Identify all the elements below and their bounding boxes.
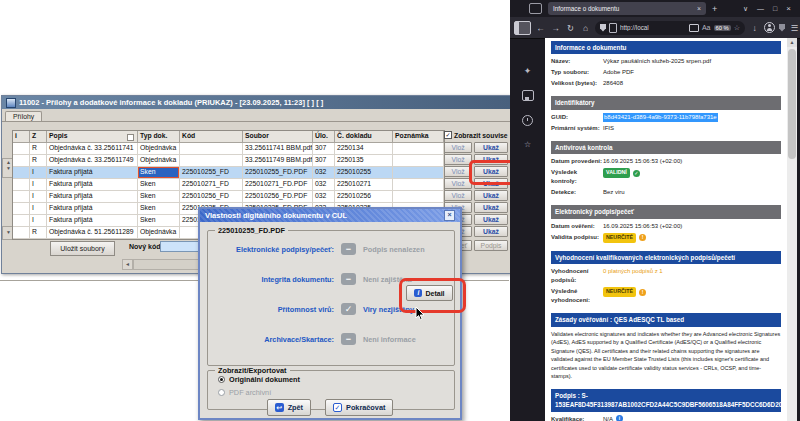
property-row-archiving: Archivace/Skartace: − Není informace	[208, 331, 454, 347]
show-button[interactable]: Ukaž	[474, 142, 508, 153]
close-icon[interactable]: ×	[786, 4, 791, 13]
translate-icon[interactable]: Aa	[702, 24, 711, 31]
zoom-level-badge[interactable]: 60 %	[714, 25, 731, 31]
tab-close-icon[interactable]: ×	[697, 5, 701, 12]
dialog-titlebar[interactable]: Vlastnosti digitálního dokumentu v CUL ×	[200, 209, 460, 222]
col-header-soubor: Soubor	[243, 131, 313, 143]
property-row-signatures: Elektronické podpisy/pečeť: − Podpis nen…	[208, 241, 454, 257]
dialog-close-icon[interactable]: ×	[444, 210, 455, 221]
ai-chatbot-icon[interactable]: ✦	[524, 66, 532, 76]
show-related-checkbox[interactable]: ✓ Zobrazit souvise	[444, 131, 510, 139]
section-header-identifiers: Identifikátory	[551, 96, 781, 109]
show-button[interactable]: Ukaž	[474, 178, 508, 189]
info-icon: i	[414, 289, 422, 297]
screenshot-stage: 11002 - Přílohy a dodatkové informace k …	[0, 0, 800, 421]
radio-original-document[interactable]: Originální dokument	[218, 375, 300, 384]
dialog-buttons: ↩ Zpět ✓ Pokračovat	[200, 399, 460, 416]
browser-sidebar: ✦ ☆	[510, 38, 545, 421]
back-icon[interactable]: ←	[535, 23, 546, 33]
reload-icon[interactable]: ↻	[565, 23, 576, 33]
warning-circle-icon: !	[639, 234, 646, 241]
file-name-label: 225010255_FD.PDF	[215, 226, 288, 235]
show-button[interactable]: Ukaž	[474, 202, 508, 213]
page-scrollbar[interactable]: ▲	[787, 38, 797, 421]
selected-cell-typ[interactable]: Sken	[138, 167, 180, 179]
detail-button[interactable]: i Detail	[406, 285, 453, 301]
radio-disabled-icon[interactable]	[218, 389, 225, 396]
save-files-button[interactable]: Uložit soubory	[50, 241, 115, 256]
checkbox-checked-icon: ✓	[444, 131, 452, 139]
bookmarks-icon[interactable]	[522, 90, 534, 101]
new-tab-icon[interactable]: +	[712, 4, 717, 14]
screenshot-icon[interactable]	[689, 24, 699, 32]
section-header-signature: Elektronický podpis/pečeť	[551, 205, 781, 218]
section-header-signature-hash: Podpis : S-153EAF8D45F313987AB1002CFD2A4…	[551, 389, 781, 412]
scroll-left-icon[interactable]: ◄	[123, 260, 133, 269]
scroll-up-icon[interactable]: ▲	[787, 38, 797, 47]
field-value: 16.09.2025 15:06:53 (+02:00)	[603, 222, 682, 231]
col-header-z: Z	[30, 131, 47, 143]
field-value: Bez viru	[603, 188, 625, 197]
insert-button[interactable]: Vlož	[444, 190, 472, 201]
insert-button[interactable]: Vlož	[444, 154, 472, 165]
tab-title: Informace o dokumentu	[553, 5, 619, 12]
back-button[interactable]: ↩ Zpět	[267, 399, 311, 416]
show-button[interactable]: Ukaž	[474, 214, 508, 225]
bookmark-star-icon[interactable]: ☆	[734, 24, 740, 32]
col-header-kod: Kód	[180, 131, 243, 143]
field-label: GUID:	[551, 113, 603, 122]
continue-button[interactable]: ✓ Pokračovat	[325, 399, 393, 416]
section-header-policy: Zásady ověřování : QES AdESQC TL based	[551, 313, 781, 326]
table-row[interactable]: I Faktura přijatá Sken 225010271_FD 2250…	[13, 179, 444, 191]
menu-icon[interactable]: ☰	[789, 23, 800, 33]
tab-strip: Přílohy	[2, 109, 510, 122]
dialog-title: Vlastnosti digitálního dokumentu v CUL	[205, 211, 347, 220]
policy-description: Validates electronic signatures and indi…	[551, 330, 781, 381]
sidebar-toggle-icon[interactable]	[514, 21, 531, 35]
field-value: N/A	[603, 416, 613, 421]
history-icon[interactable]	[522, 115, 533, 126]
extensions-icon[interactable]	[779, 24, 785, 32]
signature-button[interactable]: Podpis	[474, 240, 508, 251]
field-label: Typ souboru:	[551, 68, 603, 77]
home-icon[interactable]: ⌂	[580, 23, 591, 33]
table-row[interactable]: I Faktura přijatá Sken 225010256_FD 2250…	[13, 191, 444, 203]
radio-selected-icon[interactable]	[218, 376, 225, 383]
scrollbar-thumb[interactable]	[788, 49, 796, 159]
table-row[interactable]: R Objednávka č. 33.25611741 Objednávka 3…	[13, 143, 444, 155]
firefox-view-icon[interactable]	[529, 3, 542, 14]
caret-down-icon: ▼	[6, 229, 11, 235]
tracking-shield-icon[interactable]	[600, 24, 606, 32]
minus-status-icon: −	[341, 333, 356, 345]
field-label: Vyhodnocení podpisů:	[551, 267, 603, 285]
check-circle-icon: ✓	[633, 170, 640, 177]
table-row-selected[interactable]: I Faktura přijatá Sken 225010255_FD 2250…	[13, 167, 444, 179]
list-tabs-chevron-icon[interactable]: ∨	[743, 5, 748, 13]
insert-button[interactable]: Vlož	[444, 166, 472, 177]
starred-icon[interactable]: ☆	[524, 140, 531, 149]
minimize-icon[interactable]: —	[757, 5, 764, 12]
table-row[interactable]: R Objednávka č. 33.25611749 Objednávka 3…	[13, 155, 444, 167]
new-code-label: Nový kód	[129, 243, 161, 250]
account-icon[interactable]	[764, 22, 775, 33]
url-bar[interactable]: http://local Aa 60 % ☆	[595, 21, 745, 35]
browser-toolbar: ← → ↻ ⌂ http://local Aa 60 % ☆ ↓ ☰	[510, 17, 800, 39]
show-button-highlighted[interactable]: Ukaž	[474, 166, 508, 177]
show-button[interactable]: Ukaž	[474, 226, 508, 237]
show-button[interactable]: Ukaž	[474, 154, 508, 165]
tab-prilohy[interactable]: Přílohy	[5, 111, 42, 121]
insert-button[interactable]: Vlož	[444, 178, 472, 189]
maximize-icon[interactable]: □	[773, 5, 777, 12]
downloads-icon[interactable]: ↓	[749, 23, 760, 33]
window-titlebar[interactable]: 11002 - Přílohy a dodatkové informace k …	[2, 96, 510, 109]
field-label: Primární systém:	[551, 124, 603, 133]
insert-button[interactable]: Vlož	[444, 142, 472, 153]
radio-pdf-archive[interactable]: PDF archivní	[218, 388, 271, 397]
browser-tab-active[interactable]: Informace o dokumentu ×	[548, 2, 706, 15]
export-group-label: Zobrazit/Exportovat	[215, 366, 290, 375]
field-label: Kvalifikace:	[551, 415, 603, 421]
forward-icon[interactable]: →	[550, 23, 561, 33]
show-button[interactable]: Ukaž	[474, 190, 508, 201]
page-info-icon[interactable]	[609, 23, 617, 33]
url-text[interactable]: http://local	[620, 24, 686, 31]
